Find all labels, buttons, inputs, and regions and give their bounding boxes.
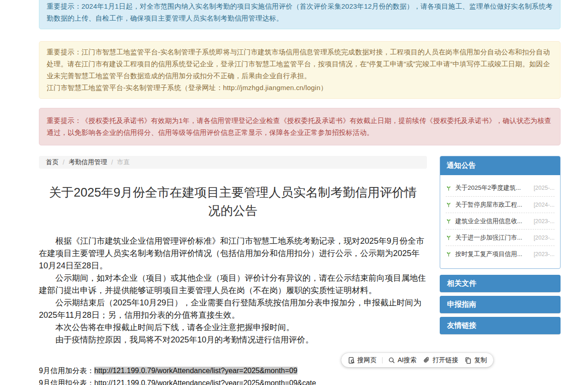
article-paragraph: 公示期结束后（2025年10月29日），企业需要自行登陆系统按信用加分表申报加分…: [39, 297, 427, 321]
breadcrumb-separator: /: [111, 159, 113, 166]
article-paragraph: 由于疫情防控原因，我局将不对2025年10月的考勤情况进行信用评价。: [39, 334, 427, 346]
credit-add-label: 9月信用加分表：: [39, 367, 94, 374]
alert-danger-text: 重要提示：《授权委托及承诺书》有效期为1年，请各信用管理登记企业检查《授权委托及…: [47, 117, 551, 136]
magnifier-icon: [388, 357, 395, 364]
open-link-label: 打开链接: [432, 356, 458, 364]
notice-panel-body: 关于2025年2季度建筑... [2025-... 关于暂停房屋市政工程... …: [440, 175, 560, 268]
list-item[interactable]: 关于进一步加强江门市... [2023-...: [446, 229, 555, 246]
sprout-icon: [446, 251, 452, 257]
ai-search-button[interactable]: AI搜索: [388, 356, 416, 364]
page-search-icon: [348, 357, 355, 364]
alert-info: 重要提示：2024年1月1日起，对全市范围内纳入实名制考勤的项目实施信用评价（首…: [39, 0, 561, 29]
notice-date: [2025-...: [531, 185, 555, 191]
notice-title: 建筑业企业信用信息收...: [455, 217, 522, 225]
credit-deduct-link-row: 9月信用扣分表：http://121.199.0.79/workAttendan…: [39, 377, 427, 385]
sprout-icon: [446, 202, 452, 208]
open-link-button[interactable]: 打开链接: [423, 356, 458, 364]
sidebar: 通知公告 关于2025年2季度建筑... [2025-... 关于暂停房屋市: [440, 156, 561, 334]
notice-title: 关于暂停房屋市政工程...: [455, 201, 522, 209]
copy-label: 复制: [474, 356, 487, 364]
breadcrumb: 首页 / 考勤信用管理 / 市直: [39, 156, 427, 169]
main-column: 首页 / 考勤信用管理 / 市直 关于2025年9月份全市在建项目主要管理人员实…: [39, 156, 427, 385]
list-item[interactable]: 建筑业企业信用信息收... [2023-...: [446, 213, 555, 229]
breadcrumb-attendance-credit[interactable]: 考勤信用管理: [69, 158, 107, 166]
article-paragraph: 根据《江门市建筑业企业信用管理评价标准》和江门市智慧工地系统考勤记录，现对202…: [39, 235, 427, 272]
link-icon: [423, 357, 430, 364]
article-paragraph: 本次公告将在申报截止时间后下线，请各企业注意把握申报时间。: [39, 321, 427, 334]
list-item[interactable]: 按时复工复产项目信用... [2023-...: [446, 246, 555, 262]
notice-date: [2023-...: [531, 251, 555, 257]
article-paragraph: 公示期间，如对本企业（项目）或其他企业（项目）评价计分有异议的，请在公示结束前向…: [39, 272, 427, 297]
credit-deduct-url[interactable]: http://121.199.0.79/workAttendance/list?…: [94, 379, 316, 385]
notice-panel: 通知公告 关于2025年2季度建筑... [2025-... 关于暂停房屋市: [440, 156, 561, 269]
notice-date: [2023-...: [531, 218, 555, 225]
breadcrumb-home[interactable]: 首页: [46, 158, 59, 166]
alert-warning: 重要提示：江门市智慧工地监管平台-实名制管理子系统即将与江门市建筑市场信用信息管…: [39, 41, 561, 99]
search-web-label: 搜网页: [357, 356, 377, 364]
sprout-icon: [446, 185, 452, 191]
copy-button[interactable]: 复制: [464, 356, 487, 364]
copy-icon: [464, 357, 472, 364]
search-web-button[interactable]: 搜网页: [348, 356, 377, 364]
page-title: 关于2025年9月份全市在建项目主要管理人员实名制考勤信用评价情况的公告: [43, 183, 422, 220]
main-row: 首页 / 考勤信用管理 / 市直 关于2025年9月份全市在建项目主要管理人员实…: [39, 156, 561, 385]
notice-date: [2024-...: [531, 202, 555, 208]
breadcrumb-separator: /: [63, 159, 65, 166]
alert-danger: 重要提示：《授权委托及承诺书》有效期为1年，请各信用管理登记企业检查《授权委托及…: [39, 108, 561, 145]
credit-deduct-label: 9月信用扣分表：: [39, 379, 94, 385]
credit-add-url[interactable]: http://121.199.0.79/workAttendance/list?…: [94, 367, 297, 374]
alert-warning-text: 重要提示：江门市智慧工地监管平台-实名制管理子系统即将与江门市建筑市场信用信息管…: [47, 46, 553, 82]
article-body: 根据《江门市建筑业企业信用管理评价标准》和江门市智慧工地系统考勤记录，现对202…: [39, 235, 427, 346]
notice-panel-title: 通知公告: [440, 156, 560, 175]
notice-title: 按时复工复产项目信用...: [455, 250, 522, 258]
related-files-button[interactable]: 相关文件: [440, 275, 561, 292]
friend-links-button[interactable]: 友情链接: [440, 317, 561, 334]
attachment-links: 9月信用加分表：http://121.199.0.79/workAttendan…: [39, 364, 427, 385]
ai-search-label: AI搜索: [398, 356, 416, 364]
alert-info-text: 重要提示：2024年1月1日起，对全市范围内纳入实名制考勤的项目实施信用评价（首…: [47, 2, 553, 22]
declare-guide-button[interactable]: 申报指南: [440, 296, 561, 313]
alert-warning-login-url: 江门市智慧工地监管平台-实名制管理子系统（登录网址：http://jmzhgd.…: [47, 82, 553, 94]
notice-title: 关于进一步加强江门市...: [455, 234, 522, 242]
sprout-icon: [446, 235, 452, 241]
toolbar-divider: [382, 357, 383, 364]
selection-toolbar: 搜网页 AI搜索 打开链接: [341, 353, 493, 367]
list-item[interactable]: 关于暂停房屋市政工程... [2024-...: [446, 196, 555, 213]
sprout-icon: [446, 218, 452, 224]
page: 重要提示：2024年1月1日起，对全市范围内纳入实名制考勤的项目实施信用评价（首…: [0, 0, 588, 380]
notice-title: 关于2025年2季度建筑...: [455, 184, 521, 192]
list-item[interactable]: 关于2025年2季度建筑... [2025-...: [446, 180, 555, 196]
breadcrumb-current: 市直: [117, 158, 130, 166]
notice-date: [2023-...: [531, 235, 555, 241]
